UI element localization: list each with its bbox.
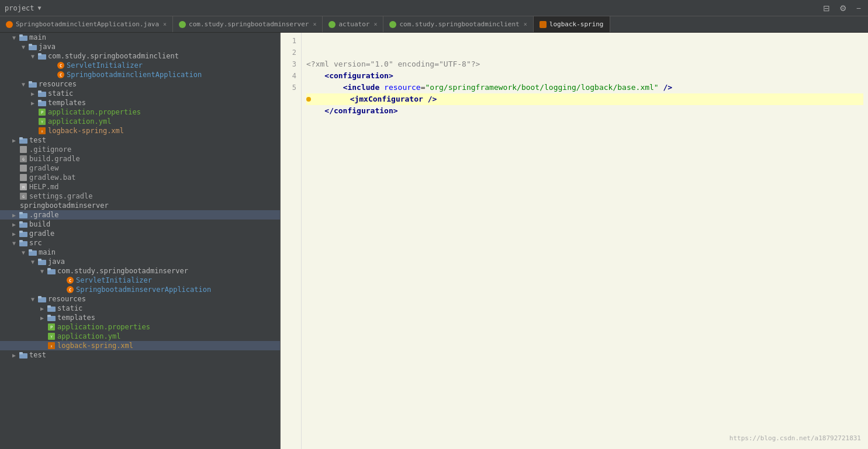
tree-arrow-gradle2[interactable]: ▶ <box>9 212 19 218</box>
svg-text:P: P <box>50 325 53 330</box>
tree-arrow-res2[interactable]: ▼ <box>28 296 37 302</box>
tree-label-pkg2: com.study.springbootadminserver <box>57 267 188 275</box>
tree-file-icon-src1 <box>19 239 28 247</box>
tab-close-tab2[interactable]: × <box>313 21 316 27</box>
tree-arrow-test2[interactable]: ▶ <box>9 352 19 358</box>
code-area: <?xml version="1.0" encoding="UTF-8"?> <… <box>302 33 868 449</box>
tree-label-file10: logback-spring.xml <box>57 342 133 350</box>
tree-arrow-pkg1[interactable]: ▼ <box>28 53 37 60</box>
tab-close-tab3[interactable]: × <box>374 21 377 27</box>
tree-item-gradle3[interactable]: ▶gradle <box>0 229 280 238</box>
tab-label-tab2: com.study.springbootadminserver <box>189 20 309 28</box>
tree-item-file6[interactable]: CServletInitializer <box>0 276 280 285</box>
tree-item-gradle1[interactable]: Gbuild.gradle <box>0 154 280 163</box>
code-text-3: <include resource="org/springframework/b… <box>306 82 672 93</box>
svg-text:C: C <box>60 64 62 68</box>
tree-item-test1[interactable]: ▶test <box>0 135 280 145</box>
tree-item-gradlew1[interactable]: gradlew <box>0 163 280 173</box>
tab-label-tab1: SpringbootadminclientApplication.java <box>16 20 159 28</box>
tree-item-templates2[interactable]: ▶templates <box>0 313 280 322</box>
tab-close-tab4[interactable]: × <box>524 21 527 27</box>
tree-file-icon-file7: C <box>65 286 75 294</box>
tab-tab4[interactable]: com.study.springbootadminclient× <box>383 16 533 32</box>
tab-close-tab1[interactable]: × <box>163 21 167 27</box>
tree-item-java1[interactable]: ▼java <box>0 42 280 51</box>
tree-arrow-gradle3[interactable]: ▶ <box>9 231 19 237</box>
tree-file-icon-adminserver1 <box>9 201 19 210</box>
tree-arrow-main2[interactable]: ▼ <box>19 249 28 256</box>
editor-area[interactable]: 12345 <?xml version="1.0" encoding="UTF-… <box>281 33 868 449</box>
tree-label-file5: logback-spring.xml <box>48 127 124 135</box>
tree-arrow-main1[interactable]: ▼ <box>9 34 19 41</box>
tab-label-tab5: logback-spring <box>549 20 604 28</box>
svg-rect-24 <box>20 146 27 153</box>
tree-item-build1[interactable]: ▶build <box>0 220 280 229</box>
tree-item-helpmd1[interactable]: MHELP.md <box>0 182 280 192</box>
tree-item-adminserver1[interactable]: springbootadminserver <box>0 201 280 210</box>
tree-item-file1[interactable]: CServletInitializer <box>0 61 280 70</box>
tree-file-icon-templates2 <box>47 314 56 322</box>
dropdown-icon[interactable]: ▼ <box>38 5 42 11</box>
title-bar-actions: ⊟ ⚙ − <box>821 2 863 14</box>
tree-file-icon-main1 <box>19 33 28 41</box>
tree-item-main1[interactable]: ▼main <box>0 33 280 42</box>
tree-arrow-templates2[interactable]: ▶ <box>37 315 47 321</box>
tree-arrow-java2[interactable]: ▼ <box>28 259 37 265</box>
tree-item-static2[interactable]: ▶static <box>0 304 280 313</box>
tree-arrow-test1[interactable]: ▶ <box>9 137 19 144</box>
tree-item-pkg1[interactable]: ▼com.study.springbootadminclient <box>0 51 280 61</box>
tree-item-gitignore1[interactable]: .gitignore <box>0 145 280 154</box>
tree-item-file5[interactable]: Xlogback-spring.xml <box>0 126 280 135</box>
tree-file-icon-pkg1 <box>37 52 47 60</box>
tree-file-icon-file8: P <box>47 323 56 331</box>
tree-item-src1[interactable]: ▼src <box>0 238 280 248</box>
project-label[interactable]: project <box>5 4 34 12</box>
tree-arrow-static1[interactable]: ▶ <box>28 91 37 97</box>
tree-file-icon-gradlew1 <box>19 164 28 172</box>
tree-item-file9[interactable]: Yapplication.yml <box>0 332 280 341</box>
tree-arrow-static2[interactable]: ▶ <box>37 305 47 312</box>
tab-tab3[interactable]: actuator× <box>323 16 383 32</box>
tree-item-settings1[interactable]: Gsettings.gradle <box>0 192 280 201</box>
tree-item-file7[interactable]: CSpringbootadminserverApplication <box>0 285 280 294</box>
main-content: ▼main▼java▼com.study.springbootadminclie… <box>0 33 868 449</box>
tree-item-java2[interactable]: ▼java <box>0 257 280 266</box>
tree-label-static2: static <box>57 304 82 312</box>
svg-rect-36 <box>19 221 23 224</box>
tree-file-icon-test1 <box>19 136 28 144</box>
tree-item-file3[interactable]: Papplication.properties <box>0 107 280 117</box>
tree-item-file8[interactable]: Papplication.properties <box>0 322 280 332</box>
tree-item-file2[interactable]: CSpringbootadminclientApplication <box>0 70 280 79</box>
tree-file-icon-file1: C <box>56 61 65 69</box>
svg-rect-11 <box>29 81 32 83</box>
svg-rect-44 <box>38 259 42 261</box>
tree-arrow-build1[interactable]: ▶ <box>9 221 19 228</box>
tree-item-gradlewbat1[interactable]: gradlew.bat <box>0 173 280 182</box>
tree-item-test2[interactable]: ▶test <box>0 350 280 360</box>
tab-tab2[interactable]: com.study.springbootadminserver× <box>173 16 323 32</box>
tab-tab5[interactable]: logback-spring <box>534 16 610 32</box>
settings-button[interactable]: ⚙ <box>837 2 849 14</box>
tree-item-main2[interactable]: ▼main <box>0 248 280 257</box>
tree-item-static1[interactable]: ▶static <box>0 89 280 98</box>
tree-file-icon-helpmd1: M <box>19 183 28 191</box>
tree-label-gradle3: gradle <box>29 229 54 238</box>
tree-item-templates1[interactable]: ▶templates <box>0 98 280 107</box>
tab-tab1[interactable]: SpringbootadminclientApplication.java× <box>0 16 173 32</box>
tree-arrow-pkg2[interactable]: ▼ <box>37 268 47 274</box>
svg-rect-23 <box>19 137 23 140</box>
tree-item-file4[interactable]: Yapplication.yml <box>0 117 280 126</box>
tree-item-file10[interactable]: Xlogback-spring.xml <box>0 341 280 350</box>
tree-arrow-res1[interactable]: ▼ <box>19 81 28 88</box>
tree-label-templates2: templates <box>57 314 95 322</box>
tree-arrow-templates1[interactable]: ▶ <box>28 100 37 106</box>
tree-arrow-src1[interactable]: ▼ <box>9 240 19 246</box>
code-line-4: <jmxConfigurator /> <box>306 93 863 105</box>
tree-item-res1[interactable]: ▼resources <box>0 79 280 89</box>
tree-item-res2[interactable]: ▼resources <box>0 294 280 304</box>
tree-arrow-java1[interactable]: ▼ <box>19 44 28 50</box>
minimize-button[interactable]: − <box>854 2 863 14</box>
collapse-button[interactable]: ⊟ <box>821 2 832 14</box>
tree-item-gradle2[interactable]: ▶.gradle <box>0 210 280 220</box>
tree-item-pkg2[interactable]: ▼com.study.springbootadminserver <box>0 266 280 276</box>
